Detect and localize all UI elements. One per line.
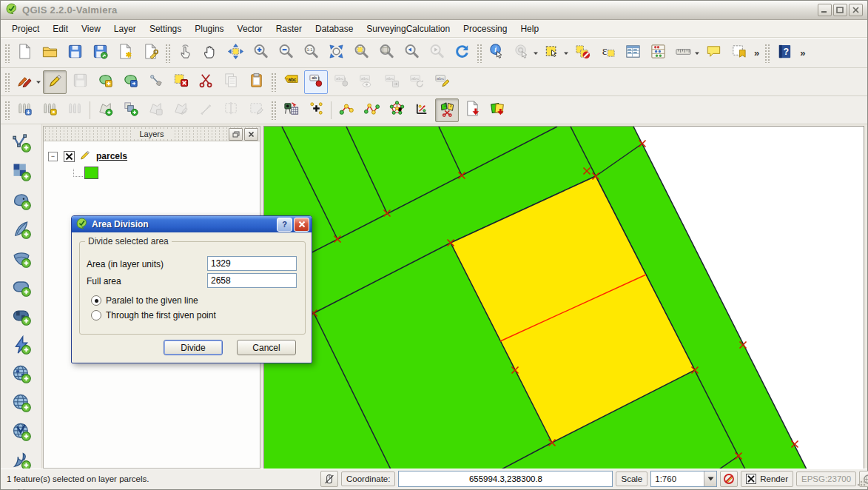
panel-float-button[interactable] xyxy=(229,128,243,141)
scale-combobox[interactable]: 1:760 xyxy=(650,471,717,487)
radio-parallel-to-line[interactable] xyxy=(91,295,101,306)
cut-features[interactable] xyxy=(194,70,218,94)
new-bookmark[interactable] xyxy=(727,41,750,65)
add-postgis-layer[interactable] xyxy=(8,189,35,215)
radio-through-first-point[interactable] xyxy=(91,310,101,320)
menu-plugins[interactable]: Plugins xyxy=(188,21,230,36)
area-input[interactable] xyxy=(207,256,297,271)
traverse-calculation[interactable] xyxy=(360,98,383,122)
coordinate-transformation[interactable] xyxy=(410,98,434,122)
toolbar-handle[interactable] xyxy=(4,73,10,92)
simplify-feature[interactable] xyxy=(38,98,61,122)
composer-manager[interactable] xyxy=(138,41,162,65)
menu-help[interactable]: Help xyxy=(514,21,545,36)
measure-line-dropdown-arrow[interactable] xyxy=(694,42,701,64)
render-checkbox[interactable] xyxy=(746,474,756,484)
panel-close-button[interactable] xyxy=(244,128,258,141)
label-pin[interactable]: ab xyxy=(304,70,328,94)
label-rotate[interactable]: abc xyxy=(405,70,428,94)
resize-grip[interactable] xyxy=(856,477,867,489)
add-mssql-layer[interactable] xyxy=(8,246,35,273)
add-spatialite-layer[interactable] xyxy=(8,218,35,244)
menu-edit[interactable]: Edit xyxy=(46,21,75,36)
identify-features[interactable]: i xyxy=(485,41,508,65)
dialog-help-button[interactable]: ? xyxy=(277,218,292,232)
plot-by-template[interactable] xyxy=(460,98,484,122)
dialog-close-button[interactable] xyxy=(294,218,309,232)
toolbar-handle[interactable] xyxy=(165,44,170,63)
add-ring[interactable] xyxy=(93,98,117,122)
single-point-calculation[interactable] xyxy=(334,98,358,122)
combo-dropdown-arrow-icon[interactable] xyxy=(704,471,716,486)
new-project[interactable] xyxy=(13,41,36,65)
toolbar-handle[interactable] xyxy=(4,101,10,120)
add-sqlanywhere-layer[interactable] xyxy=(8,333,35,360)
paste-features[interactable] xyxy=(244,70,268,94)
add-feature[interactable] xyxy=(93,70,117,94)
menu-database[interactable]: Database xyxy=(309,21,360,36)
menu-view[interactable]: View xyxy=(75,21,107,36)
mouse-position-toggle-button[interactable] xyxy=(320,471,338,487)
delete-selected[interactable] xyxy=(169,70,192,94)
toolbar-handle[interactable] xyxy=(764,44,770,63)
add-oracle-georaster-layer[interactable] xyxy=(8,304,35,331)
merge-features[interactable] xyxy=(244,98,268,122)
label-properties[interactable]: abc xyxy=(430,70,454,94)
stop-rendering-button[interactable] xyxy=(720,471,738,487)
delete-part-tool[interactable] xyxy=(63,98,87,122)
zoom-in[interactable] xyxy=(249,41,272,65)
label-visibility[interactable]: abc xyxy=(354,70,378,94)
label-new[interactable]: abc xyxy=(279,70,303,94)
toolbar-handle[interactable] xyxy=(4,44,10,63)
pan-to-selection[interactable] xyxy=(223,41,247,65)
touch-zoom[interactable] xyxy=(173,41,197,65)
open-project[interactable] xyxy=(38,41,61,65)
close-button[interactable] xyxy=(849,4,863,16)
minimize-button[interactable] xyxy=(818,4,832,16)
batch-plotting[interactable] xyxy=(485,98,509,122)
zoom-next[interactable] xyxy=(425,41,448,65)
menu-surveyingcalculation[interactable]: SurveyingCalculation xyxy=(360,21,457,36)
zoom-native[interactable]: 1:1 xyxy=(299,41,323,65)
new-composer[interactable] xyxy=(113,41,137,65)
select-features-dropdown-arrow[interactable] xyxy=(563,42,570,64)
save-layer-edits[interactable] xyxy=(68,70,92,94)
toolbar-handle[interactable] xyxy=(271,73,276,92)
layer-item-parcels[interactable]: parcels xyxy=(96,151,127,161)
divide-button[interactable]: Divide xyxy=(164,340,223,355)
add-wcs-layer[interactable] xyxy=(8,391,35,417)
toggle-editing[interactable] xyxy=(43,70,67,94)
pan-map[interactable] xyxy=(198,41,222,65)
layer-expander[interactable]: − xyxy=(48,152,58,161)
add-wms-layer[interactable] xyxy=(8,362,35,389)
maximize-button[interactable] xyxy=(833,4,847,16)
layer-symbol-swatch[interactable] xyxy=(84,167,98,179)
zoom-last[interactable] xyxy=(400,41,423,65)
full-area-input[interactable] xyxy=(207,273,297,288)
area-division-tool[interactable]: 12 xyxy=(435,98,459,122)
menu-settings[interactable]: Settings xyxy=(143,21,188,36)
cancel-button[interactable]: Cancel xyxy=(237,340,296,355)
toolbar-handle[interactable] xyxy=(271,101,276,120)
open-attribute-table[interactable] xyxy=(621,41,645,65)
measure-line[interactable] xyxy=(671,41,695,65)
split-features[interactable] xyxy=(219,98,243,122)
refresh-map[interactable] xyxy=(450,41,474,65)
run-feature-action-dropdown-arrow[interactable] xyxy=(533,42,539,64)
menu-raster[interactable]: Raster xyxy=(269,21,309,36)
add-wfs-layer[interactable] xyxy=(8,420,35,446)
current-edits[interactable] xyxy=(13,70,36,94)
menu-processing[interactable]: Processing xyxy=(457,21,514,36)
offset-curve[interactable] xyxy=(194,98,218,122)
reshape-features[interactable] xyxy=(169,98,192,122)
move-feature[interactable] xyxy=(118,70,142,94)
toolbar-overflow[interactable]: » xyxy=(751,47,762,58)
node-tool[interactable] xyxy=(144,70,167,94)
zoom-full[interactable] xyxy=(324,41,348,65)
toolbar-overflow[interactable]: » xyxy=(797,47,808,58)
deselect-all[interactable] xyxy=(571,41,594,65)
select-features[interactable] xyxy=(540,41,564,65)
label-pin-off[interactable]: abc xyxy=(329,70,353,94)
add-part[interactable] xyxy=(118,98,142,122)
toolbar-handle[interactable] xyxy=(477,44,482,63)
